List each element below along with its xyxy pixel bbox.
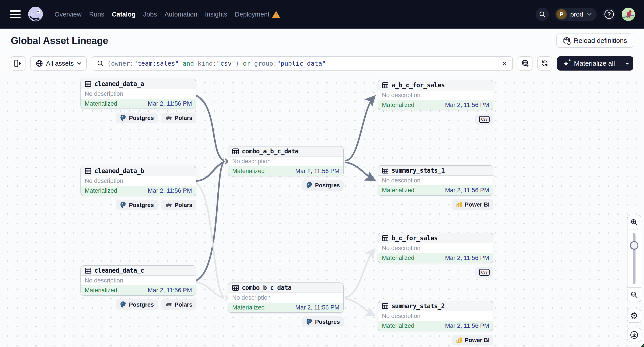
nav-item-deployment[interactable]: Deployment! (235, 11, 280, 18)
reload-definitions-button[interactable]: Reload definitions (556, 33, 634, 48)
clear-filter-icon[interactable]: ✕ (502, 60, 507, 67)
expand-panel-button[interactable] (11, 56, 26, 70)
asset-filter-input[interactable]: (owner:"team:sales" and kind:"csv") or g… (92, 56, 512, 70)
asset-status: Materialized (85, 100, 117, 107)
zoom-in-button[interactable] (628, 215, 641, 230)
tag-postgres[interactable]: Postgres (116, 112, 158, 123)
refresh-button[interactable] (538, 56, 552, 70)
tag-postgres[interactable]: Postgres (116, 200, 158, 210)
materialize-all-button[interactable]: ✦✦ Materialize all (557, 56, 633, 70)
edge-cleaned_data_a-to-combo_a_b_c_data (196, 95, 224, 160)
nav-item-label: Overview (54, 11, 82, 18)
nav-item-label: Catalog (112, 11, 136, 18)
table-icon (382, 235, 388, 242)
asset-status-bar: MaterializedMar 2, 11:56 PM (378, 253, 493, 263)
refresh-icon (541, 60, 548, 67)
nav-item-runs[interactable]: Runs (89, 11, 104, 18)
asset-description: No description (378, 90, 493, 100)
nav-item-insights[interactable]: Insights (205, 11, 227, 18)
asset-node-header: cleaned_data_c (81, 266, 196, 276)
materialize-options-caret[interactable] (621, 56, 633, 70)
search-icon[interactable] (536, 7, 549, 21)
zoom-out-button[interactable] (628, 287, 641, 302)
edge-combo_b_c_data-to-b_c_for_sales (346, 250, 374, 297)
environment-switcher[interactable]: P prod (555, 7, 597, 21)
reload-cube-icon (563, 37, 571, 45)
top-nav: OverviewRunsCatalogJobsAutomationInsight… (0, 0, 644, 28)
asset-status-bar: MaterializedMar 2, 11:56 PM (378, 321, 493, 331)
expand-panel-icon (14, 59, 22, 67)
table-icon (85, 81, 92, 87)
tag-csv[interactable]: CSV (475, 267, 494, 278)
tag-polars[interactable]: Polars (161, 200, 196, 210)
lineage-canvas[interactable]: ⚙ cleaned_data_aNo descriptionMaterializ… (0, 74, 644, 347)
nav-item-catalog[interactable]: Catalog (112, 11, 136, 18)
table-icon (382, 82, 388, 89)
table-icon (85, 267, 92, 274)
edge-combo_a_b_c_data-to-a_b_c_for_sales (346, 97, 374, 161)
asset-scope-dropdown[interactable]: All assets (30, 56, 87, 70)
tag-label: Polars (175, 301, 192, 308)
asset-node-cleaned_data_b[interactable]: cleaned_data_bNo descriptionMaterialized… (80, 166, 196, 196)
asset-name: cleaned_data_a (94, 80, 144, 87)
asset-node-a_b_c_for_sales[interactable]: a_b_c_for_salesNo descriptionMaterialize… (378, 80, 494, 110)
asset-node-summary_stats_1[interactable]: summary_stats_1No descriptionMaterialize… (378, 165, 494, 196)
nav-item-overview[interactable]: Overview (54, 11, 82, 18)
tag-powerbi[interactable]: Power BI (452, 199, 494, 210)
canvas-corner-accent (640, 344, 644, 347)
polars-icon (165, 302, 172, 307)
tag-postgres[interactable]: Postgres (302, 317, 344, 327)
zoom-slider-handle[interactable] (630, 241, 638, 250)
graph-settings-button[interactable]: ⚙ (627, 309, 641, 323)
tag-csv[interactable]: CSV (475, 114, 494, 125)
asset-node-combo_a_b_c_data[interactable]: combo_a_b_c_dataNo descriptionMaterializ… (228, 146, 344, 176)
filter-query-text: (owner:"team:sales" and kind:"csv") or g… (107, 60, 326, 67)
nav-item-jobs[interactable]: Jobs (143, 11, 157, 18)
tag-label: Postgres (129, 115, 154, 121)
asset-timestamp: Mar 2, 11:56 PM (295, 168, 340, 175)
download-graph-button[interactable] (627, 328, 641, 342)
tag-postgres[interactable]: Postgres (302, 180, 344, 191)
asset-node-header: combo_a_b_c_data (228, 146, 343, 157)
asset-node-combo_b_c_data[interactable]: combo_b_c_dataNo descriptionMaterialized… (228, 283, 344, 313)
asset-name: a_b_c_for_sales (392, 81, 445, 89)
tag-postgres[interactable]: Postgres (116, 299, 158, 310)
asset-tags-summary_stats_2: Power BI (378, 335, 494, 346)
asset-node-summary_stats_2[interactable]: summary_stats_2No descriptionMaterialize… (378, 301, 494, 331)
asset-node-cleaned_data_c[interactable]: cleaned_data_cNo descriptionMaterialized… (80, 265, 196, 296)
menu-icon[interactable] (10, 10, 20, 18)
tag-polars[interactable]: Polars (161, 299, 196, 310)
table-icon (232, 285, 239, 291)
asset-status: Materialized (382, 102, 414, 108)
postgres-icon (306, 182, 312, 189)
asset-timestamp: Mar 2, 11:56 PM (445, 255, 489, 262)
asset-node-header: summary_stats_1 (378, 166, 493, 176)
user-avatar[interactable] (622, 7, 635, 21)
nav-item-label: Jobs (143, 11, 157, 18)
asset-tags-a_b_c_for_sales: CSV (378, 114, 494, 125)
tag-label: Power BI (465, 201, 490, 208)
tag-powerbi[interactable]: Power BI (452, 335, 494, 346)
environment-initial: P (556, 9, 567, 19)
download-icon (630, 331, 638, 339)
asset-node-b_c_for_sales[interactable]: b_c_for_salesNo descriptionMaterializedM… (378, 233, 494, 263)
help-icon[interactable]: ? (602, 7, 616, 21)
tag-label: Power BI (465, 337, 490, 344)
asset-name: combo_b_c_data (242, 284, 292, 291)
graph-scope-button[interactable] (518, 56, 532, 70)
powerbi-icon (456, 337, 462, 343)
asset-status: Materialized (85, 187, 117, 194)
asset-scope-label: All assets (46, 60, 74, 67)
dagster-logo-icon[interactable] (27, 5, 44, 23)
asset-status-bar: MaterializedMar 2, 11:56 PM (81, 99, 196, 108)
asset-name: summary_stats_1 (392, 167, 445, 174)
table-icon (85, 168, 92, 174)
tag-polars[interactable]: Polars (161, 112, 196, 123)
zoom-slider[interactable] (628, 230, 641, 287)
table-icon (232, 148, 239, 155)
zoom-slider-track[interactable] (633, 233, 636, 284)
globe-icon (36, 60, 43, 67)
asset-node-cleaned_data_a[interactable]: cleaned_data_aNo descriptionMaterialized… (80, 79, 196, 109)
nav-item-automation[interactable]: Automation (164, 11, 197, 18)
asset-description: No description (378, 311, 493, 321)
